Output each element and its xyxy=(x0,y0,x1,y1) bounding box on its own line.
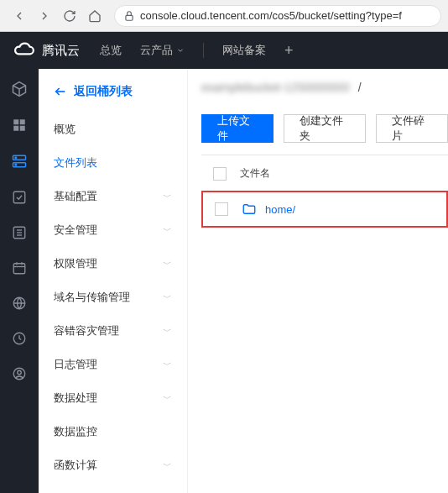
table-header: 文件名 xyxy=(201,155,448,192)
sidebar-item-0[interactable]: 概览 xyxy=(39,113,187,146)
sidebar-item-label: 数据监控 xyxy=(54,424,97,439)
svg-rect-1 xyxy=(13,119,18,124)
icon-rail xyxy=(0,69,39,493)
sidebar-item-7[interactable]: 日志管理﹀ xyxy=(39,348,187,381)
nav-overview[interactable]: 总览 xyxy=(100,43,122,58)
top-nav: 腾讯云 总览 云产品 网站备案 + xyxy=(0,32,448,69)
row-checkbox[interactable] xyxy=(215,202,228,216)
folder-icon xyxy=(242,202,257,217)
cloud-logo-icon xyxy=(13,39,35,61)
sidebar-item-label: 概览 xyxy=(54,122,76,137)
nav-add-icon[interactable]: + xyxy=(284,43,294,58)
sidebar-item-label: 数据处理 xyxy=(54,391,97,406)
sidebar-item-label: 权限管理 xyxy=(54,256,97,271)
nav-beian[interactable]: 网站备案 xyxy=(222,43,266,58)
sidebar: 返回桶列表 概览文件列表基础配置﹀安全管理﹀权限管理﹀域名与传输管理﹀容错容灾管… xyxy=(39,69,188,493)
svg-rect-3 xyxy=(13,126,18,131)
svg-rect-9 xyxy=(13,191,25,203)
svg-point-8 xyxy=(15,164,17,165)
sidebar-item-label: 函数计算 xyxy=(54,458,97,473)
chevron-down-icon: ﹀ xyxy=(163,291,172,304)
sidebar-item-9[interactable]: 数据监控 xyxy=(39,415,187,448)
svg-point-21 xyxy=(18,370,22,375)
url-bar[interactable]: console.cloud.tencent.com/cos5/bucket/se… xyxy=(114,5,441,27)
brand-text: 腾讯云 xyxy=(42,43,80,59)
create-folder-button[interactable]: 创建文件夹 xyxy=(284,114,366,143)
sidebar-item-label: 日志管理 xyxy=(54,357,97,372)
brand[interactable]: 腾讯云 xyxy=(13,39,80,61)
rail-check-icon[interactable] xyxy=(12,190,27,208)
select-all-checkbox[interactable] xyxy=(213,167,227,181)
chevron-down-icon: ﹀ xyxy=(163,191,172,203)
action-bar: 上传文件 创建文件夹 文件碎片 xyxy=(201,114,448,143)
sidebar-item-5[interactable]: 域名与传输管理﹀ xyxy=(39,281,187,314)
sidebar-item-6[interactable]: 容错容灾管理﹀ xyxy=(39,314,187,348)
rail-globe-icon[interactable] xyxy=(12,296,27,314)
svg-rect-14 xyxy=(13,264,25,274)
rail-clock-icon[interactable] xyxy=(12,331,27,349)
table-row[interactable]: home/ xyxy=(201,191,448,228)
svg-rect-4 xyxy=(20,126,25,131)
sidebar-item-label: 容错容灾管理 xyxy=(54,323,119,338)
sidebar-item-label: 域名与传输管理 xyxy=(54,290,130,305)
rail-user-icon[interactable] xyxy=(12,366,27,385)
breadcrumb-bucket[interactable]: examplebucket-1250000000 xyxy=(201,81,350,94)
row-name: home/ xyxy=(265,203,295,216)
content-area: examplebucket-1250000000 / 上传文件 创建文件夹 文件… xyxy=(188,69,448,493)
chevron-down-icon: ﹀ xyxy=(163,459,172,472)
rail-grid-icon[interactable] xyxy=(12,118,27,136)
fragments-button[interactable]: 文件碎片 xyxy=(376,114,448,143)
browser-back-icon[interactable] xyxy=(12,8,27,24)
chevron-down-icon: ﹀ xyxy=(163,325,172,338)
chevron-down-icon: ﹀ xyxy=(163,392,172,405)
breadcrumb-sep: / xyxy=(358,81,362,94)
sidebar-item-label: 文件列表 xyxy=(54,155,97,170)
svg-rect-2 xyxy=(20,119,25,124)
sidebar-item-label: 安全管理 xyxy=(54,223,97,238)
rail-calendar-icon[interactable] xyxy=(12,260,27,279)
sidebar-item-3[interactable]: 安全管理﹀ xyxy=(39,213,187,247)
chevron-down-icon: ﹀ xyxy=(163,258,172,270)
back-to-buckets[interactable]: 返回桶列表 xyxy=(39,84,187,113)
nav-products[interactable]: 云产品 xyxy=(140,43,185,58)
sidebar-item-label: 基础配置 xyxy=(54,189,97,204)
sidebar-item-8[interactable]: 数据处理﹀ xyxy=(39,381,187,415)
chevron-down-icon: ﹀ xyxy=(163,224,172,237)
rail-settings-icon[interactable] xyxy=(12,225,27,244)
file-table: 文件名 home/ xyxy=(201,155,448,228)
svg-point-20 xyxy=(13,368,25,380)
breadcrumb: examplebucket-1250000000 / xyxy=(201,81,448,94)
lock-icon xyxy=(123,10,135,22)
svg-point-7 xyxy=(15,157,17,159)
chevron-down-icon: ﹀ xyxy=(163,359,172,371)
rail-cube-icon[interactable] xyxy=(11,81,28,101)
browser-forward-icon[interactable] xyxy=(37,8,52,24)
browser-home-icon[interactable] xyxy=(87,8,102,24)
arrow-left-icon xyxy=(54,85,67,98)
sidebar-item-1[interactable]: 文件列表 xyxy=(39,146,187,180)
url-text: console.cloud.tencent.com/cos5/bucket/se… xyxy=(140,9,402,22)
browser-chrome: console.cloud.tencent.com/cos5/bucket/se… xyxy=(0,0,448,32)
back-label: 返回桶列表 xyxy=(74,84,133,99)
chevron-down-icon xyxy=(176,46,185,55)
sidebar-item-10[interactable]: 函数计算﹀ xyxy=(39,448,187,482)
upload-button[interactable]: 上传文件 xyxy=(201,114,273,143)
rail-storage-icon[interactable] xyxy=(11,153,28,173)
sidebar-item-2[interactable]: 基础配置﹀ xyxy=(39,180,187,213)
nav-divider xyxy=(203,43,204,58)
svg-rect-0 xyxy=(126,15,133,20)
browser-reload-icon[interactable] xyxy=(62,8,77,24)
col-filename: 文件名 xyxy=(240,166,270,181)
sidebar-item-4[interactable]: 权限管理﹀ xyxy=(39,247,187,281)
